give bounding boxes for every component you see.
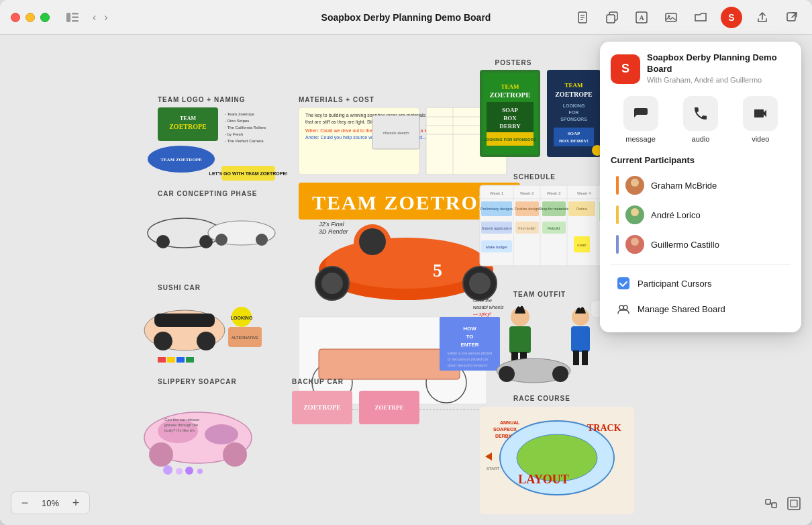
svg-text:TEAM ZOETROPE: TEAM ZOETROPE (160, 157, 202, 162)
text-tool-button[interactable]: A (632, 8, 651, 27)
svg-rect-3 (72, 20, 79, 22)
window-title: Soapbox Derby Planning Demo Board (321, 12, 491, 23)
close-button[interactable] (11, 13, 20, 22)
zoom-value-display: 10% (38, 498, 62, 508)
audio-button[interactable]: audio (683, 96, 718, 143)
svg-rect-191 (772, 503, 776, 508)
svg-text:TEAM ZOETROPE: TEAM ZOETROPE (312, 191, 507, 213)
svg-point-198 (628, 218, 642, 224)
svg-rect-91 (186, 357, 194, 363)
svg-text:HOW: HOW (463, 326, 476, 332)
svg-text:SOAPBOX: SOAPBOX (493, 427, 517, 432)
svg-rect-88 (158, 357, 166, 363)
svg-text:Week 2: Week 2 (520, 191, 534, 195)
fullscreen-button[interactable] (786, 496, 801, 514)
svg-text:Finalize design: Finalize design (515, 207, 540, 211)
fit-to-screen-button[interactable] (764, 496, 778, 514)
svg-point-99 (176, 468, 183, 475)
participant-name-graham: Graham McBride (651, 181, 717, 191)
copy-tool-button[interactable] (603, 8, 621, 27)
svg-text:SPONSORS: SPONSORS (560, 117, 587, 122)
svg-text:SCHEDULE: SCHEDULE (513, 173, 556, 181)
svg-rect-81 (154, 314, 215, 327)
folder-tool-button[interactable] (691, 8, 710, 27)
maximize-button[interactable] (40, 13, 50, 22)
zoom-in-button[interactable]: + (68, 495, 84, 511)
back-button[interactable]: ‹ (90, 10, 99, 25)
svg-rect-89 (167, 357, 175, 363)
svg-point-49 (469, 273, 491, 294)
svg-text:ALTERNATIVE: ALTERNATIVE (232, 336, 258, 340)
svg-text:Week 1: Week 1 (490, 191, 504, 195)
svg-text:LAYOUT: LAYOUT (518, 473, 568, 486)
svg-text:START: START (487, 467, 499, 471)
svg-text:DERBY: DERBY (499, 123, 521, 130)
svg-text:ANNUAL: ANNUAL (500, 420, 520, 425)
svg-text:Make budget: Make budget (486, 245, 507, 249)
bottom-right-toolbar (764, 496, 801, 514)
svg-point-51 (359, 228, 386, 255)
svg-text:note!: note! (577, 243, 587, 247)
svg-text:- The Perfect Camera: - The Perfect Camera (225, 139, 264, 143)
sidebar-toggle-button[interactable] (63, 10, 82, 25)
participant-cursors-menu-item[interactable]: Participant Cursors (611, 271, 791, 296)
svg-text:J2's Final: J2's Final (318, 221, 345, 228)
svg-text:BACKUP CAR: BACKUP CAR (292, 378, 344, 385)
svg-point-197 (631, 208, 639, 216)
board-name: Soapbox Derby Planning Demo Board (647, 52, 791, 75)
user-avatar-button[interactable]: S (721, 7, 742, 28)
svg-text:BOX DERBY!: BOX DERBY! (559, 138, 589, 144)
external-link-button[interactable] (782, 8, 801, 27)
svg-text:ZOETROPE: ZOETROPE (489, 91, 530, 99)
participant-color-bar-andre (616, 205, 619, 224)
manage-shared-board-menu-item[interactable]: Manage Shared Board (611, 296, 791, 322)
svg-point-199 (631, 238, 639, 246)
titlebar-tools: A S (573, 7, 801, 28)
svg-rect-194 (791, 500, 797, 507)
svg-text:Retina: Retina (576, 207, 588, 211)
zoom-out-button[interactable]: − (17, 495, 33, 511)
svg-text:LOOKING: LOOKING (231, 316, 253, 320)
video-button[interactable]: video (743, 96, 778, 143)
participant-color-bar-guillermo (616, 235, 619, 254)
svg-text:given two-point behavior: given two-point behavior (448, 363, 488, 367)
svg-point-175 (552, 366, 568, 382)
audio-label: audio (692, 135, 710, 143)
svg-text:- The California Rollers: - The California Rollers (225, 126, 266, 130)
svg-point-195 (631, 179, 639, 187)
share-button[interactable] (753, 8, 772, 27)
participant-list: Graham McBride André Lorico Guillermo Ca… (611, 172, 791, 258)
svg-text:Shop for materials: Shop for materials (539, 207, 569, 211)
video-icon (743, 96, 778, 131)
board-members: With Graham, André and Guillermo (647, 75, 791, 85)
svg-point-95 (223, 442, 247, 467)
message-button[interactable]: message (623, 96, 658, 143)
svg-point-98 (163, 465, 172, 475)
svg-text:3D Render: 3D Render (319, 228, 349, 235)
svg-point-101 (197, 469, 203, 474)
svg-rect-193 (788, 497, 800, 510)
participant-avatar-graham (625, 176, 644, 195)
document-tool-button[interactable] (573, 8, 592, 27)
svg-point-47 (321, 273, 343, 294)
participant-name-andre: André Lorico (651, 210, 701, 220)
svg-rect-171 (573, 350, 579, 365)
traffic-lights (11, 13, 50, 22)
svg-text:TEAM: TEAM (501, 83, 520, 90)
participant-cursors-check-icon (616, 276, 631, 291)
svg-text:- by Fresh: - by Fresh (225, 132, 243, 136)
svg-point-202 (619, 305, 623, 309)
svg-text:ZOETROPE: ZOETROPE (169, 123, 207, 130)
image-tool-button[interactable] (662, 8, 680, 27)
svg-text:FOR: FOR (569, 110, 579, 115)
svg-text:TRACK: TRACK (587, 423, 621, 433)
forward-button[interactable]: › (101, 10, 110, 25)
video-label: video (752, 135, 769, 143)
svg-text:CAR CONCEPTING PHASE: CAR CONCEPTING PHASE (158, 190, 257, 197)
svg-text:ENTER: ENTER (460, 342, 478, 348)
participant-color-bar-graham (616, 176, 619, 195)
svg-text:or two person piloted car: or two person piloted car (448, 357, 488, 361)
audio-icon (683, 96, 718, 131)
svg-text:ZOETRPE: ZOETRPE (374, 404, 403, 411)
minimize-button[interactable] (26, 13, 35, 22)
